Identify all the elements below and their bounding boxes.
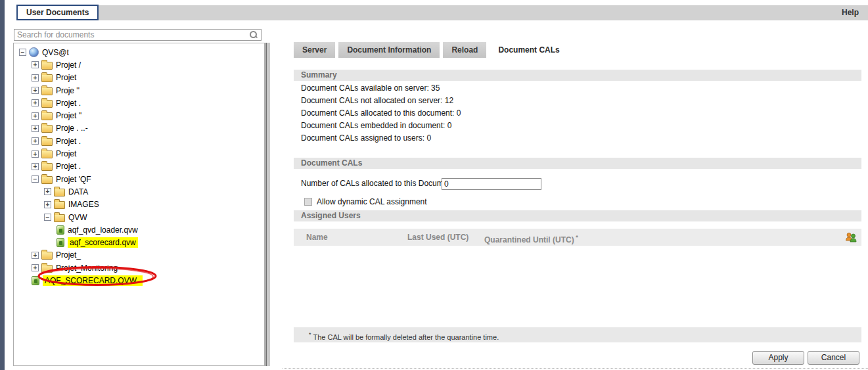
folder-icon [41, 150, 53, 158]
tree-item-label[interactable]: Projet_ [56, 250, 81, 260]
tree-item-projet[interactable]: +Projet . [14, 160, 264, 173]
tab-document-cals[interactable]: Document CALs [490, 42, 568, 58]
tree-item-projet[interactable]: +Projet '' [14, 109, 264, 122]
collapse-icon[interactable]: − [44, 214, 51, 221]
expand-icon[interactable]: + [44, 188, 51, 195]
tree-item-label[interactable]: Projet . [56, 137, 81, 146]
tree-item-projet[interactable]: +Projet . [14, 97, 264, 109]
tab-user-documents[interactable]: User Documents [16, 5, 99, 20]
summary-line: Document CALs embedded in document: 0 [301, 120, 461, 132]
tree-item-proje[interactable]: +Proje '' [14, 84, 264, 97]
tree-item-projet[interactable]: +Projet_ [14, 249, 264, 262]
collapse-icon[interactable]: − [32, 175, 39, 183]
folder-icon [41, 112, 53, 120]
folder-icon [41, 176, 53, 184]
folder-icon [54, 201, 65, 209]
search-input[interactable] [14, 30, 261, 40]
tree-item-label[interactable]: DATA [68, 187, 88, 197]
summary-section-header: Summary [294, 70, 861, 81]
tree-item-label[interactable]: AQF_SCORECARD.QVW [43, 275, 143, 286]
help-link[interactable]: Help [842, 8, 859, 17]
search-box[interactable] [14, 29, 262, 41]
expand-icon[interactable]: + [32, 99, 39, 106]
expand-icon[interactable]: + [32, 137, 39, 145]
tab-reload[interactable]: Reload [443, 42, 486, 58]
document-tree[interactable]: −QVS@t+Projet /+Projet+Proje ''+Projet .… [13, 43, 265, 366]
expand-icon[interactable]: + [32, 61, 39, 68]
collapse-icon[interactable]: − [19, 49, 26, 56]
doc-icon [57, 225, 64, 235]
expand-icon[interactable]: + [32, 252, 39, 259]
column-header-last-used-utc[interactable]: Last Used (UTC) [407, 229, 468, 246]
expand-icon[interactable]: + [32, 87, 39, 94]
tree-item-label[interactable]: Projet . [56, 99, 81, 108]
column-header-name[interactable]: Name [306, 229, 328, 246]
dynamic-cal-checkbox[interactable] [304, 198, 312, 206]
tree-item-projet[interactable]: +Projet . [14, 135, 264, 147]
tree-item-label[interactable]: Projet_Monitoring [56, 264, 118, 273]
folder-icon [41, 125, 53, 133]
tree-item-label[interactable]: Projet 'QF [56, 175, 91, 184]
footnote-text: The CAL will be formally deleted after t… [313, 333, 499, 341]
tree-item-label[interactable]: Proje . ..- [56, 124, 88, 133]
column-header-quarantined-until-utc[interactable]: Quarantined Until (UTC) * [484, 229, 578, 246]
tree-item-label[interactable]: QVS@t [42, 48, 69, 57]
summary-lines: Document CALs available on server: 35Doc… [301, 82, 461, 145]
expand-icon[interactable]: + [32, 74, 39, 81]
summary-line: Document CALs allocated to this document… [301, 107, 461, 120]
tree-item-projet[interactable]: +Projet [14, 147, 264, 160]
manage-users-icon[interactable] [844, 232, 857, 243]
expand-icon[interactable]: + [44, 201, 51, 208]
cancel-button[interactable]: Cancel [808, 351, 859, 365]
folder-icon [41, 252, 53, 260]
search-icon[interactable] [250, 31, 258, 39]
footnote-asterisk: * [309, 331, 311, 338]
summary-line: Document CALs assigned to users: 0 [301, 132, 461, 145]
tree-item-qvs-t[interactable]: −QVS@t [14, 46, 264, 58]
folder-icon [41, 62, 53, 70]
tree-item-proje[interactable]: +Proje . ..- [14, 122, 264, 135]
tree-item-label[interactable]: Projet / [56, 60, 81, 70]
window-edge-strip [0, 0, 5, 370]
expand-icon[interactable]: + [32, 264, 39, 271]
tree-item-projet[interactable]: +Projet [14, 72, 264, 84]
tree-item-projet[interactable]: +Projet / [14, 58, 264, 71]
summary-line: Document CALs not allocated on server: 1… [301, 95, 461, 107]
column-note-asterisk: * [574, 234, 578, 241]
tree-item-data[interactable]: +DATA [14, 185, 264, 198]
tree-item-label[interactable]: aqf_qvd_loader.qvw [68, 225, 138, 235]
expand-icon[interactable]: + [32, 112, 39, 120]
panel-splitter[interactable] [265, 43, 270, 366]
tree-item-label[interactable]: IMAGES [68, 200, 99, 209]
bottom-divider [283, 368, 868, 369]
globe-icon [29, 47, 39, 57]
tree-item-aqf-scorecard-qvw[interactable]: AQF_SCORECARD.QVW [14, 274, 264, 287]
tree-item-label[interactable]: aqf_scorecard.qvw [68, 237, 138, 248]
document-cals-panel: ServerDocument InformationReloadDocument… [294, 42, 861, 365]
assigned-users-table-body [294, 246, 861, 327]
allocated-cals-input[interactable] [442, 178, 541, 190]
folder-icon [54, 214, 65, 222]
tree-item-label[interactable]: Projet . [56, 162, 81, 171]
tree-item-projet-qf[interactable]: −Projet 'QF [14, 173, 264, 185]
expand-icon[interactable]: + [32, 163, 39, 170]
tree-item-projet-monitoring[interactable]: +Projet_Monitoring [14, 262, 264, 274]
tree-item-label[interactable]: Projet [56, 73, 76, 82]
tree-item-aqf-qvd-loader-qvw[interactable]: aqf_qvd_loader.qvw [14, 223, 264, 236]
apply-button[interactable]: Apply [752, 351, 804, 365]
tree-item-aqf-scorecard-qvw[interactable]: aqf_scorecard.qvw [14, 236, 264, 248]
tree-item-label[interactable]: Projet '' [56, 111, 81, 120]
tree-item-qvw[interactable]: −QVW [14, 211, 264, 223]
folder-icon [41, 138, 53, 146]
tree-item-images[interactable]: +IMAGES [14, 198, 264, 211]
tree-item-label[interactable]: Projet [56, 149, 76, 158]
tree-item-label[interactable]: QVW [68, 213, 87, 222]
tab-server[interactable]: Server [294, 42, 335, 58]
expand-icon[interactable]: + [32, 125, 39, 132]
tab-document-information[interactable]: Document Information [338, 42, 440, 58]
folder-icon [41, 74, 53, 82]
expand-icon[interactable]: + [32, 150, 39, 158]
tree-item-label[interactable]: Proje '' [56, 86, 80, 95]
doc-icon [32, 276, 39, 285]
dynamic-cal-label: Allow dynamic CAL assignment [317, 197, 427, 206]
